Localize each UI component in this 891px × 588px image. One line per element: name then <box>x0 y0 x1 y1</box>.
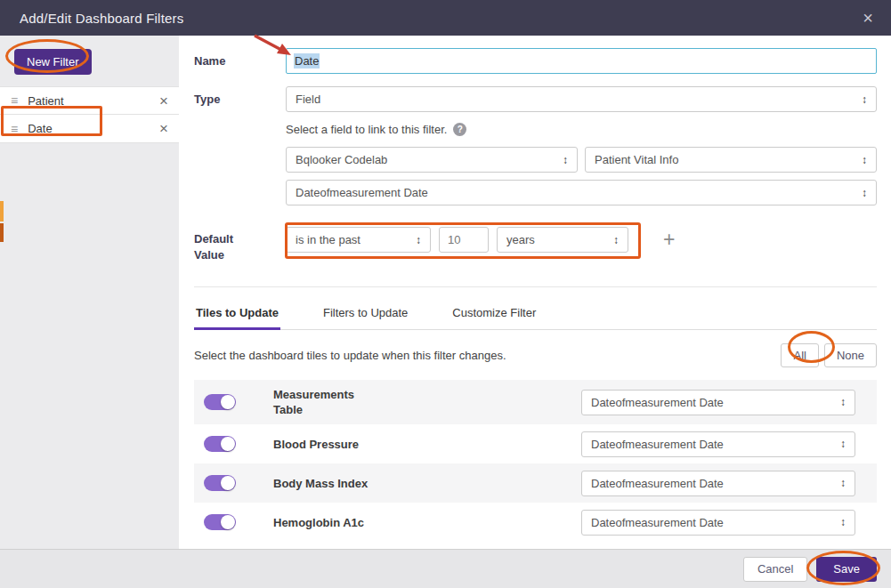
tile-field-select[interactable]: Dateofmeasurement Date ↕ <box>581 390 855 415</box>
select-none-button[interactable]: None <box>824 343 877 367</box>
updown-caret-icon: ↕ <box>606 234 619 246</box>
modal-header: Add/Edit Dashboard Filters × <box>0 0 891 36</box>
type-row: Type Field ↕ <box>194 86 877 112</box>
tile-row-measurements-table: Measurements Table Dateofmeasurement Dat… <box>194 380 877 424</box>
default-unit-select[interactable]: years ↕ <box>497 227 628 253</box>
filter-editor-panel: Name Date Type Field ↕ Select a field to… <box>179 36 891 549</box>
drag-handle-icon[interactable]: ≡ <box>11 122 18 136</box>
name-input-value: Date <box>294 53 320 68</box>
background-fragment <box>0 223 4 242</box>
updown-caret-icon: ↕ <box>833 477 846 489</box>
tile-field-select[interactable]: Dateofmeasurement Date ↕ <box>581 431 855 457</box>
updown-caret-icon: ↕ <box>833 396 846 408</box>
help-icon[interactable]: ? <box>453 123 466 136</box>
updown-caret-icon: ↕ <box>833 516 846 528</box>
type-label: Type <box>194 86 286 112</box>
name-input[interactable]: Date <box>286 48 877 74</box>
tile-toggle[interactable] <box>204 475 236 491</box>
tile-row-body-mass-index: Body Mass Index Dateofmeasurement Date ↕ <box>194 463 877 503</box>
tile-name: Hemoglobin A1c <box>273 515 567 531</box>
tab-filters-to-update[interactable]: Filters to Update <box>321 298 409 330</box>
field-link-rows: Bqlooker Codelab ↕ Patient Vital Info ↕ … <box>194 147 877 205</box>
filter-item-label: Patient <box>28 94 63 108</box>
tile-name: Measurements Table <box>273 387 371 418</box>
field-select[interactable]: Dateofmeasurement Date ↕ <box>286 180 877 205</box>
type-select[interactable]: Field ↕ <box>286 86 877 112</box>
default-amount-input[interactable]: 10 <box>439 227 489 253</box>
tab-customize-filter[interactable]: Customize Filter <box>450 298 538 330</box>
tile-field-select[interactable]: Dateofmeasurement Date ↕ <box>581 471 855 496</box>
remove-filter-icon[interactable]: × <box>159 121 168 136</box>
sidebar-item-patient[interactable]: ≡ Patient × <box>0 86 179 115</box>
tiles-description: Select the dashboard tiles to update whe… <box>194 349 506 362</box>
filter-tabs: Tiles to Update Filters to Update Custom… <box>194 287 877 330</box>
explore-select-value: Patient Vital Info <box>595 153 678 166</box>
default-value-row: Default Value is in the past ↕ 10 years … <box>194 225 877 263</box>
updown-caret-icon: ↕ <box>833 438 846 450</box>
close-icon[interactable]: × <box>863 9 873 27</box>
type-select-value: Field <box>296 93 320 106</box>
tile-name: Blood Pressure <box>273 437 567 453</box>
add-default-value-button[interactable]: + <box>663 230 675 250</box>
default-amount-value: 10 <box>448 233 460 246</box>
sidebar-item-date[interactable]: ≡ Date × <box>0 115 179 143</box>
updown-caret-icon: ↕ <box>855 187 867 199</box>
tile-field-value: Dateofmeasurement Date <box>591 516 724 529</box>
tile-field-select[interactable]: Dateofmeasurement Date ↕ <box>581 510 855 536</box>
modal-title: Add/Edit Dashboard Filters <box>20 11 183 26</box>
tile-field-value: Dateofmeasurement Date <box>591 438 724 451</box>
filters-sidebar: New Filter ≡ Patient × ≡ Date × <box>0 36 179 549</box>
tile-field-value: Dateofmeasurement Date <box>591 477 724 490</box>
background-fragment <box>0 201 4 222</box>
default-value-label: Default Value <box>194 225 286 263</box>
cancel-button[interactable]: Cancel <box>743 557 807 582</box>
toggle-knob-icon <box>221 476 235 490</box>
name-label: Name <box>194 48 286 74</box>
save-button[interactable]: Save <box>816 557 877 582</box>
updown-caret-icon: ↕ <box>555 154 568 166</box>
tile-row-hemoglobin-a1c: Hemoglobin A1c Dateofmeasurement Date ↕ <box>194 503 877 542</box>
toggle-knob-icon <box>221 515 235 529</box>
tile-toggle[interactable] <box>204 436 236 452</box>
tile-row-blood-pressure: Blood Pressure Dateofmeasurement Date ↕ <box>194 424 877 463</box>
tile-toggle[interactable] <box>204 514 236 530</box>
toggle-knob-icon <box>221 395 235 409</box>
explore-select[interactable]: Patient Vital Info ↕ <box>585 147 877 173</box>
filter-item-label: Date <box>28 122 52 135</box>
tile-toggle[interactable] <box>204 394 236 410</box>
tiles-list: Measurements Table Dateofmeasurement Dat… <box>194 380 877 542</box>
field-hint-row: Select a field to link to this filter. ? <box>286 123 877 136</box>
drag-handle-icon[interactable]: ≡ <box>11 93 18 108</box>
updown-caret-icon: ↕ <box>409 234 421 246</box>
default-unit-value: years <box>506 233 535 246</box>
modal-footer: Cancel Save <box>0 549 891 588</box>
toggle-knob-icon <box>221 437 235 451</box>
tile-name: Body Mass Index <box>273 476 567 492</box>
updown-caret-icon: ↕ <box>855 154 867 166</box>
select-all-button[interactable]: All <box>781 343 818 367</box>
default-condition-value: is in the past <box>296 233 360 246</box>
new-filter-button[interactable]: New Filter <box>14 49 92 75</box>
default-condition-select[interactable]: is in the past ↕ <box>286 227 431 253</box>
name-row: Name Date <box>194 48 877 74</box>
field-select-value: Dateofmeasurement Date <box>296 186 428 199</box>
remove-filter-icon[interactable]: × <box>159 93 168 109</box>
tile-field-value: Dateofmeasurement Date <box>591 396 724 409</box>
updown-caret-icon: ↕ <box>855 93 867 106</box>
tiles-description-row: Select the dashboard tiles to update whe… <box>194 343 877 367</box>
default-value-group: is in the past ↕ 10 years ↕ + <box>286 225 877 254</box>
tab-tiles-to-update[interactable]: Tiles to Update <box>194 298 280 330</box>
model-select[interactable]: Bqlooker Codelab ↕ <box>286 147 578 173</box>
model-select-value: Bqlooker Codelab <box>296 153 387 166</box>
add-edit-dashboard-filters-modal: Add/Edit Dashboard Filters × New Filter … <box>0 0 891 588</box>
field-hint-text: Select a field to link to this filter. <box>286 123 447 136</box>
